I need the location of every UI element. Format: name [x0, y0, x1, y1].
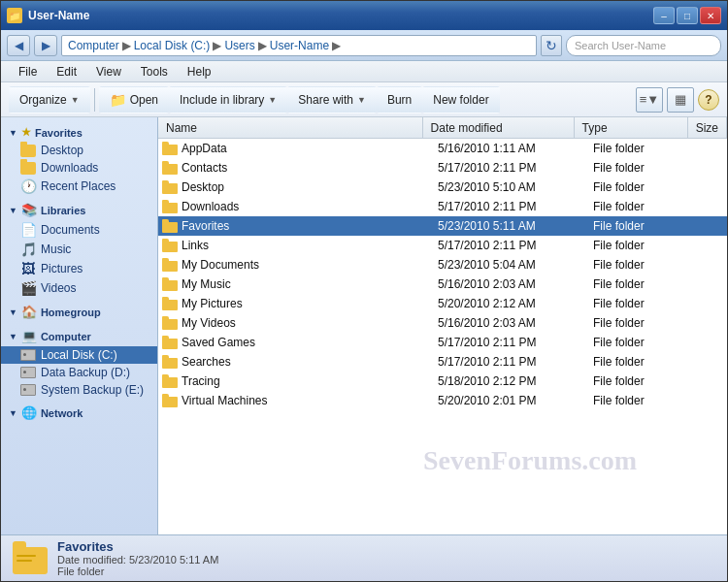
col-header-name[interactable]: Name [158, 117, 423, 138]
menu-bar: File Edit View Tools Help [1, 61, 727, 82]
column-headers: Name Date modified Type Size [158, 117, 727, 139]
file-row[interactable]: Links5/17/2010 2:11 PMFile folder [158, 236, 727, 255]
breadcrumb-computer[interactable]: Computer [68, 39, 119, 52]
toolbar-separator-1 [94, 88, 95, 112]
file-list: AppData5/16/2010 1:11 AMFile folderConta… [158, 139, 727, 534]
file-row[interactable]: My Videos5/16/2010 2:03 AMFile folder [158, 313, 727, 333]
file-row[interactable]: Favorites5/23/2010 5:11 AMFile folder [158, 216, 727, 236]
refresh-button[interactable]: ↻ [541, 35, 562, 56]
sidebar-computer-header[interactable]: ▼ 💻 Computer [1, 326, 157, 346]
file-type: File folder [585, 161, 702, 175]
menu-help[interactable]: Help [178, 63, 221, 81]
file-date: 5/20/2010 2:01 PM [430, 394, 585, 407]
folder-icon [162, 200, 178, 213]
sidebar-item-music[interactable]: 🎵 Music [1, 240, 157, 259]
sidebar-item-pictures[interactable]: 🖼 Pictures [1, 259, 157, 278]
file-row[interactable]: Virtual Machines5/20/2010 2:01 PMFile fo… [158, 391, 727, 410]
status-item-detail: Date modified: 5/23/2010 5:11 AM [57, 554, 218, 566]
file-row[interactable]: AppData5/16/2010 1:11 AMFile folder [158, 139, 727, 158]
organize-arrow: ▼ [71, 95, 80, 105]
menu-edit[interactable]: Edit [47, 63, 86, 81]
system-backup-e-icon [20, 384, 36, 396]
sidebar-network-header[interactable]: ▼ 🌐 Network [1, 403, 157, 423]
close-button[interactable]: ✕ [700, 7, 721, 24]
breadcrumb-localdisk[interactable]: Local Disk (C:) [134, 39, 211, 52]
sidebar-item-data-backup-d[interactable]: Data Backup (D:) [1, 364, 157, 381]
file-name: Tracing [182, 374, 220, 388]
view-options-button[interactable]: ≡▼ [636, 87, 663, 113]
breadcrumb-username[interactable]: User-Name [270, 39, 329, 52]
sidebar-item-videos[interactable]: 🎬 Videos [1, 278, 157, 298]
file-name: AppData [182, 142, 227, 155]
file-name-cell: Virtual Machines [158, 394, 430, 407]
file-row[interactable]: Searches5/17/2010 2:11 PMFile folder [158, 352, 727, 372]
file-date: 5/23/2010 5:10 AM [430, 180, 585, 194]
maximize-button[interactable]: □ [677, 7, 698, 24]
file-type: File folder [585, 239, 702, 252]
file-type: File folder [585, 316, 702, 330]
file-name: My Documents [182, 258, 259, 272]
open-button[interactable]: 📁 Open [99, 86, 169, 113]
file-row[interactable]: Saved Games5/17/2010 2:11 PMFile folder [158, 333, 727, 352]
file-date: 5/17/2010 2:11 PM [430, 200, 585, 213]
sidebar-libraries-header[interactable]: ▼ 📚 Libraries [1, 200, 157, 220]
file-date: 5/16/2010 1:11 AM [430, 142, 585, 155]
menu-file[interactable]: File [9, 63, 47, 81]
menu-view[interactable]: View [86, 63, 131, 81]
preview-pane-button[interactable]: ▦ [667, 87, 694, 113]
search-box[interactable]: Search User-Name [566, 35, 721, 56]
open-label: Open [130, 93, 158, 107]
sidebar-item-downloads[interactable]: Downloads [1, 159, 157, 177]
sidebar-favorites-header[interactable]: ▼ ★ Favorites [1, 123, 157, 142]
forward-button[interactable]: ▶ [34, 35, 57, 56]
sidebar-item-system-backup-e[interactable]: System Backup (E:) [1, 381, 157, 399]
folder-icon [162, 239, 178, 252]
sidebar-item-documents[interactable]: 📄 Documents [1, 220, 157, 240]
file-type: File folder [585, 355, 702, 369]
folder-icon [162, 180, 178, 194]
status-item-type: File folder [57, 566, 218, 577]
folder-icon [162, 297, 178, 310]
sidebar-item-desktop[interactable]: Desktop [1, 142, 157, 159]
col-header-type[interactable]: Type [575, 117, 688, 138]
sidebar-homegroup-header[interactable]: ▼ 🏠 Homegroup [1, 302, 157, 322]
folder-icon [162, 142, 178, 155]
burn-button[interactable]: Burn [377, 86, 422, 113]
file-row[interactable]: Downloads5/17/2010 2:11 PMFile folder [158, 197, 727, 216]
file-row[interactable]: Contacts5/17/2010 2:11 PMFile folder [158, 158, 727, 178]
menu-tools[interactable]: Tools [131, 63, 178, 81]
sidebar-computer-section: ▼ 💻 Computer Local Disk (C:) Data Backup… [1, 326, 157, 399]
file-row[interactable]: My Music5/16/2010 2:03 AMFile folder [158, 275, 727, 294]
sidebar-item-recent-places[interactable]: 🕐 Recent Places [1, 177, 157, 196]
file-name: Downloads [182, 200, 239, 213]
file-name-cell: Favorites [158, 219, 430, 233]
file-type: File folder [585, 297, 702, 310]
help-button[interactable]: ? [698, 89, 719, 111]
minimize-button[interactable]: – [653, 7, 675, 24]
col-header-size[interactable]: Size [688, 117, 727, 138]
back-button[interactable]: ◀ [7, 35, 30, 56]
file-row[interactable]: My Pictures5/20/2010 2:12 AMFile folder [158, 294, 727, 313]
new-folder-button[interactable]: New folder [422, 86, 499, 113]
file-name: Searches [182, 355, 231, 369]
file-row[interactable]: My Documents5/23/2010 5:04 AMFile folder [158, 255, 727, 275]
address-path[interactable]: Computer ▶ Local Disk (C:) ▶ Users ▶ Use… [61, 35, 537, 56]
favorites-chevron: ▼ [9, 128, 17, 138]
breadcrumb-users[interactable]: Users [224, 39, 254, 52]
organize-button[interactable]: Organize ▼ [9, 86, 90, 113]
file-date: 5/17/2010 2:11 PM [430, 161, 585, 175]
file-date: 5/16/2010 2:03 AM [430, 277, 585, 291]
file-name: Desktop [182, 180, 224, 194]
new-folder-label: New folder [433, 93, 488, 107]
file-row[interactable]: Desktop5/23/2010 5:10 AMFile folder [158, 178, 727, 197]
explorer-window: 📁 User-Name – □ ✕ ◀ ▶ Computer ▶ Local D… [0, 0, 728, 582]
include-library-button[interactable]: Include in library ▼ [169, 86, 287, 113]
burn-label: Burn [387, 93, 412, 107]
file-row[interactable]: Tracing5/18/2010 2:12 PMFile folder [158, 372, 727, 391]
file-type: File folder [585, 374, 702, 388]
file-name-cell: My Pictures [158, 297, 430, 310]
file-name-cell: AppData [158, 142, 430, 155]
col-header-date[interactable]: Date modified [423, 117, 575, 138]
share-with-button[interactable]: Share with ▼ [287, 86, 377, 113]
sidebar-item-local-disk-c[interactable]: Local Disk (C:) [1, 346, 157, 364]
